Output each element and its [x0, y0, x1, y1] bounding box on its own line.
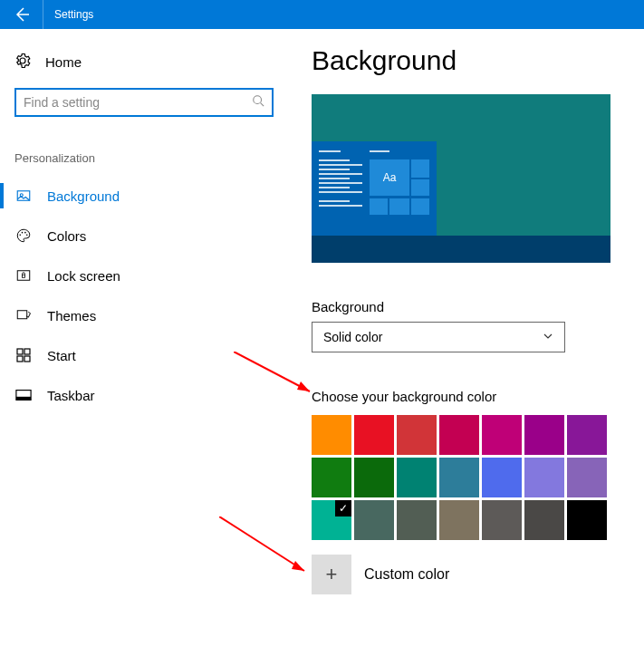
lockscreen-icon [14, 267, 33, 284]
svg-rect-12 [24, 349, 30, 354]
svg-point-0 [254, 96, 262, 104]
color-swatch[interactable] [354, 458, 394, 497]
svg-rect-9 [23, 275, 25, 277]
desktop-preview: Aa [312, 94, 610, 263]
preview-tile-aa: Aa [370, 159, 409, 196]
gear-icon [14, 53, 31, 72]
color-swatch[interactable] [354, 500, 394, 540]
color-swatch[interactable] [567, 415, 607, 455]
nav-item-taskbar[interactable]: Taskbar [14, 375, 275, 415]
nav-item-label: Colors [47, 228, 86, 244]
back-button[interactable] [0, 0, 43, 29]
svg-rect-13 [17, 356, 23, 362]
color-swatch[interactable] [524, 500, 564, 540]
nav-item-label: Start [47, 348, 76, 363]
home-label: Home [45, 54, 82, 70]
nav-item-label: Taskbar [47, 388, 95, 403]
color-swatch[interactable] [312, 500, 351, 540]
picture-icon [14, 188, 33, 204]
svg-rect-8 [17, 271, 30, 281]
nav-item-themes[interactable]: Themes [14, 295, 275, 335]
window-title: Settings [43, 8, 93, 21]
color-swatch[interactable] [567, 458, 607, 497]
color-swatch[interactable] [439, 458, 479, 497]
background-dropdown[interactable]: Solid color [312, 322, 565, 352]
color-swatch[interactable] [567, 500, 607, 540]
nav-item-label: Lock screen [47, 268, 120, 284]
arrow-left-icon [14, 7, 29, 22]
section-label: Personalization [14, 151, 275, 165]
color-swatch[interactable] [312, 458, 351, 497]
plus-icon: + [326, 563, 338, 586]
home-button[interactable]: Home [14, 45, 275, 88]
svg-rect-10 [17, 311, 27, 319]
custom-color-label: Custom color [364, 566, 449, 583]
nav-item-start[interactable]: Start [14, 335, 275, 375]
main-content: Background Aa Background Solid color C [290, 29, 644, 666]
color-grid [312, 415, 615, 540]
svg-line-1 [261, 103, 264, 107]
dropdown-value: Solid color [323, 330, 382, 344]
chevron-down-icon [543, 330, 553, 344]
color-swatch[interactable] [439, 415, 479, 455]
color-swatch[interactable] [524, 415, 564, 455]
themes-icon [14, 307, 33, 323]
taskbar-preview [312, 236, 610, 263]
background-dropdown-label: Background [312, 299, 615, 314]
titlebar: Settings [0, 0, 644, 29]
svg-point-6 [24, 232, 26, 234]
svg-point-4 [19, 234, 21, 236]
page-title: Background [312, 45, 615, 76]
color-swatch[interactable] [524, 458, 564, 497]
custom-color-button[interactable]: + [312, 555, 351, 594]
search-icon [252, 94, 264, 111]
color-swatch[interactable] [482, 415, 522, 455]
svg-rect-16 [16, 397, 31, 401]
search-input[interactable] [24, 95, 252, 110]
search-input-container[interactable] [14, 88, 274, 117]
svg-rect-14 [24, 356, 30, 362]
palette-icon [14, 227, 33, 244]
colors-label: Choose your background color [312, 389, 615, 404]
nav-item-label: Themes [47, 308, 96, 323]
taskbar-icon [14, 389, 33, 401]
nav-item-lockscreen[interactable]: Lock screen [14, 256, 275, 295]
sidebar: Home Personalization Background Colors L… [0, 29, 290, 666]
color-swatch[interactable] [397, 458, 437, 497]
color-swatch[interactable] [312, 415, 351, 455]
color-swatch[interactable] [397, 415, 437, 455]
nav-item-label: Background [47, 188, 120, 204]
start-icon [14, 348, 33, 362]
nav-item-colors[interactable]: Colors [14, 216, 275, 256]
startmenu-preview: Aa [312, 141, 437, 236]
color-swatch[interactable] [482, 458, 522, 497]
color-swatch[interactable] [397, 500, 437, 540]
svg-rect-11 [17, 349, 23, 354]
color-swatch[interactable] [439, 500, 479, 540]
color-swatch[interactable] [482, 500, 522, 540]
svg-point-5 [22, 232, 24, 234]
nav-item-background[interactable]: Background [14, 176, 275, 216]
svg-point-7 [26, 234, 28, 236]
nav-list: Background Colors Lock screen Themes Sta… [14, 176, 275, 415]
color-swatch[interactable] [354, 415, 394, 455]
